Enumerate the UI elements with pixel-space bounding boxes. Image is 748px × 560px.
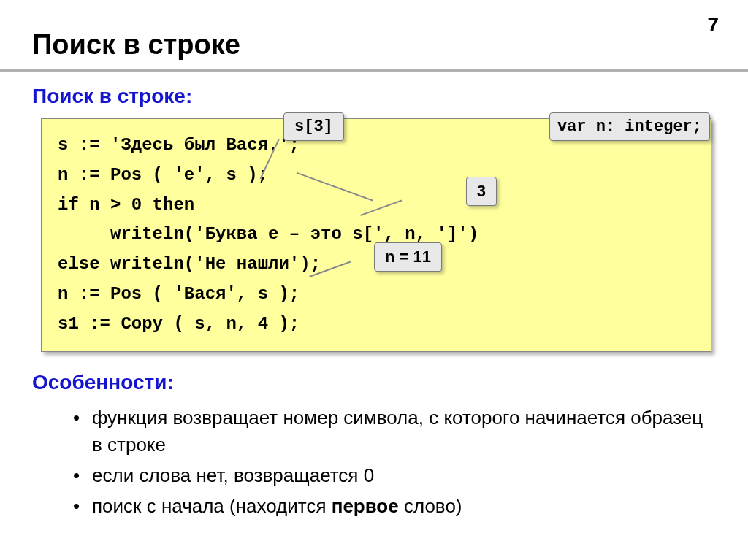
text-bold: первое: [332, 495, 399, 517]
code-block: s := 'Здесь был Вася.'; n := Pos ( 'е', …: [41, 118, 711, 352]
text: слово): [399, 495, 462, 517]
code-region: s[3] var n: integer; s := 'Здесь был Вас…: [32, 118, 716, 352]
features-section: Особенности: функция возвращает номер си…: [32, 371, 716, 521]
callout-s3: s[3]: [283, 112, 344, 141]
list-item: функция возвращает номер символа, с кото…: [73, 404, 716, 459]
text: поиск с начала (находится: [92, 495, 332, 517]
page-title: Поиск в строке: [0, 0, 748, 69]
list-item: если слова нет, возвращается 0: [73, 462, 716, 490]
callout-value-3: 3: [466, 177, 497, 206]
content-area: Поиск в строке: s[3] var n: integer; s :…: [0, 72, 748, 520]
list-item: поиск с начала (находится первое слово): [73, 493, 716, 521]
page-number: 7: [707, 13, 719, 37]
features-list: функция возвращает номер символа, с кото…: [32, 404, 716, 521]
callout-var-declaration: var n: integer;: [549, 112, 710, 141]
section-heading-features: Особенности:: [32, 371, 716, 394]
section-heading-search: Поиск в строке:: [32, 85, 716, 108]
callout-n-equals-11: n = 11: [374, 242, 442, 272]
